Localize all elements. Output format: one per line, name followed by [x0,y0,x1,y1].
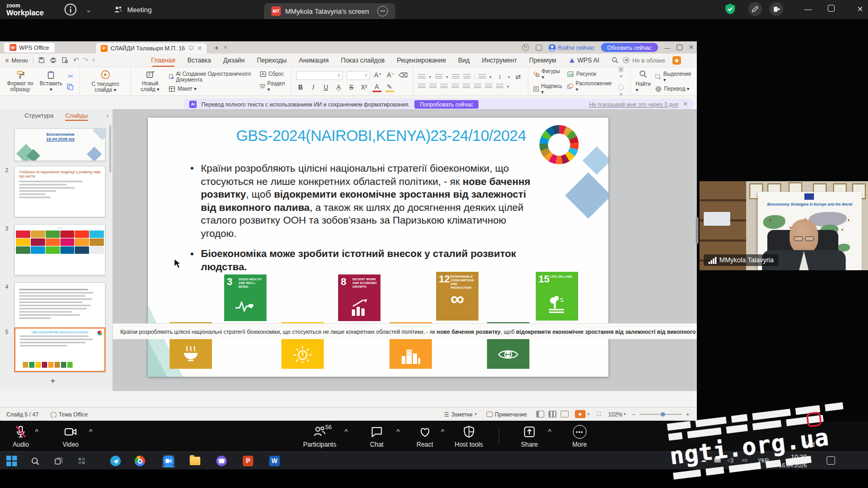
powerpoint-icon[interactable]: P [242,455,254,467]
file-explorer-icon[interactable] [189,455,201,467]
widgets-button[interactable] [75,455,88,467]
fit-slide-icon[interactable]: ⛶ [597,411,600,418]
tab-slides[interactable]: Слайды [65,112,88,121]
notes-strip[interactable]: Країни розробляють цілісні національні с… [113,323,697,339]
cut-icon[interactable]: ✂ [66,73,75,80]
participant-video-tile[interactable]: Bioeconomy Strategies in Europe and the … [699,181,868,270]
print-icon[interactable] [50,57,57,64]
decrease-indent-icon[interactable] [452,74,459,80]
add-slide-button[interactable]: + [50,376,55,386]
signin-button[interactable]: Войти сейчас [548,44,595,51]
audio-button[interactable]: Audio [13,425,29,448]
play-from-current-slide-button[interactable]: С текущего слайда ▾ [85,70,126,93]
align-left-icon[interactable] [418,84,426,90]
tab-review[interactable]: Рецензирование [397,57,446,64]
menu-button[interactable]: ≡ Меню [5,57,28,64]
word-icon[interactable]: W [268,455,281,467]
wps-home-tab[interactable]: W WPS Office [4,43,55,52]
task-view-button[interactable] [52,455,65,467]
info-icon[interactable] [64,3,77,16]
text-direction-icon[interactable]: ⇄ [514,73,523,81]
align-right-icon[interactable] [440,84,448,90]
shapes-button[interactable]: Фигуры ▾ [533,68,563,80]
close-window-icon[interactable]: ✕ [851,5,868,13]
tab-list-chevron-icon[interactable]: ˅ [224,45,227,50]
slide-sorter-icon[interactable] [548,411,556,418]
save-icon[interactable] [38,57,45,64]
slide-thumbnail-1[interactable]: Біоекономіки 16.04.2026 рік [14,128,105,161]
zoom-slider[interactable] [640,414,682,415]
chat-button[interactable]: Chat [370,425,384,448]
bold-button[interactable]: B [296,84,305,91]
comment-button[interactable]: Примечание [486,411,527,418]
tab-transitions[interactable]: Переходы [257,57,287,64]
translate-button[interactable]: Перевод ▾ [655,86,692,92]
zoom-slider-knob[interactable] [661,412,665,416]
layout-panel-icon[interactable] [769,2,783,16]
slide-thumbnail-4[interactable] [14,282,105,334]
clear-format-icon[interactable]: ⌫ [399,72,408,79]
globe-icon[interactable] [521,43,529,51]
banner-close-icon[interactable]: ✕ [683,101,688,108]
panel-scrollbar[interactable] [109,125,111,173]
new-slide-button[interactable]: Новый слайд ▾ [136,70,164,92]
workspace-icon[interactable] [536,45,542,51]
superscript-button[interactable]: X² [360,84,369,91]
play-options-chevron-icon[interactable]: ▾ [587,412,589,416]
picture-button[interactable]: Рисунок [567,71,612,77]
font-color-button[interactable]: A [373,83,382,92]
video-options-chevron-icon[interactable]: ^ [89,428,92,434]
underline-button[interactable]: U [322,84,331,91]
theme-button[interactable]: Тема Office [50,411,88,418]
distribute-icon[interactable] [463,84,470,90]
tab-view[interactable]: Вид [458,57,470,64]
slide-thumbnail-3[interactable]: ▪ ▪ ▪ [14,224,105,276]
slide-thumbnail-2[interactable]: Глобальні та національні тенденції у роз… [14,166,105,217]
font-family-select[interactable]: ˅ [296,71,343,80]
tab-meeting[interactable]: Meeting [106,0,159,19]
selection-button[interactable]: Выделение ▾ [655,71,692,83]
ai-onepage-doc-button[interactable]: AI Создание Одностраничного Документа [169,71,255,83]
redo-icon[interactable]: ↷ [83,56,88,64]
collapse-panel-icon[interactable]: ‹ [107,112,109,119]
normal-view-icon[interactable] [536,411,544,418]
security-shield-icon[interactable] [724,3,737,15]
format-painter-button[interactable]: Формат по образцу [5,70,36,92]
text-highlight-icon[interactable] [479,74,486,80]
zoom-app-icon[interactable] [162,455,175,467]
cloud-status[interactable]: Не в облаке [623,57,665,64]
increase-indent-icon[interactable] [463,74,471,80]
search-icon[interactable] [612,57,618,64]
host-tools-button[interactable]: Host tools [455,425,483,448]
tab-options-icon[interactable]: ••• [377,6,388,16]
quickbar-chevron-icon[interactable]: ˅ [92,58,95,63]
participants-chevron-icon[interactable]: ^ [344,428,348,434]
zoom-out-button[interactable]: − [632,411,635,418]
line-spacing-icon[interactable]: ↕ [495,73,504,81]
tab-tools[interactable]: Инструмент [482,57,517,64]
close-document-icon[interactable]: ✕ [197,45,202,52]
comment-bubble-icon[interactable]: 🗩 [188,45,194,51]
tab-design[interactable]: Дизайн [223,57,244,64]
decrease-font-icon[interactable]: A⁻ [386,72,395,79]
find-button[interactable]: Найти ▾ [635,81,651,93]
slide-thumbnail-5-current[interactable]: GBS-2024(NAIROBI,KENYA)23-24/10/2024 [14,327,105,372]
print-preview-icon[interactable] [61,57,68,64]
slideshow-play-button[interactable]: ▶ [575,410,586,418]
new-tab-icon[interactable]: + [214,43,218,52]
video-button[interactable]: Video [63,425,78,448]
undo-icon[interactable]: ↶ [73,56,79,64]
increase-font-icon[interactable]: A⁺ [374,72,383,79]
layout-button[interactable]: Макет ▾ [169,86,255,92]
italic-button[interactable]: I [309,84,318,91]
more-button[interactable]: ••• More [572,425,587,448]
align-center-icon[interactable] [429,84,437,90]
paragraph-settings-icon[interactable] [496,84,503,90]
reading-view-icon[interactable] [561,411,569,418]
try-now-button[interactable]: Попробовать сейчас [414,100,478,109]
react-chevron-icon[interactable]: ^ [441,428,444,434]
tab-shared-screen[interactable]: MT MMykola Talavyria's screen ••• [264,3,395,19]
highlight-color-button[interactable]: ✎ [385,83,394,92]
numbered-list-icon[interactable] [435,74,442,80]
notes-toggle-button[interactable]: ☰ Заметки▾ [444,411,477,418]
